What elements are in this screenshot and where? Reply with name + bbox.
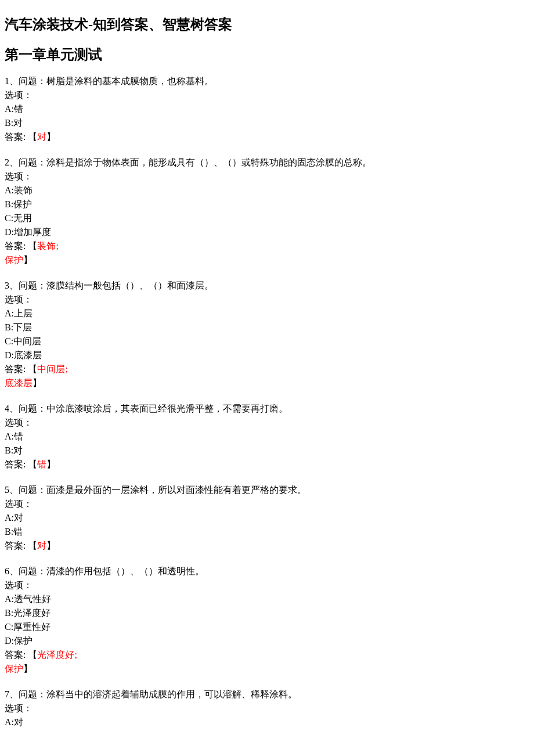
answer-suffix: 】 (46, 132, 56, 142)
chapter-title: 第一章单元测试 (5, 44, 529, 65)
option-item: A:错 (5, 430, 529, 444)
answer-line: 保护】 (5, 662, 529, 676)
answer-prefix: 答案: 【 (5, 541, 37, 550)
question-text: 2、问题：涂料是指涂于物体表面，能形成具有（）、（）或特殊功能的固态涂膜的总称。 (5, 156, 529, 170)
question-block: 3、问题：漆膜结构一般包括（）、（）和面漆层。选项：A:上层B:下层C:中间层D… (5, 279, 529, 390)
options-label: 选项： (5, 701, 529, 715)
page-title: 汽车涂装技术-知到答案、智慧树答案 (5, 14, 529, 35)
question-block: 6、问题：清漆的作用包括（）、（）和透明性。选项：A:透气性好B:光泽度好C:厚… (5, 564, 529, 676)
option-item: C:无用 (5, 211, 529, 225)
answer-suffix: 】 (23, 664, 33, 674)
answer-value: 错 (37, 459, 46, 469)
option-item: B:保护 (5, 197, 529, 211)
answer-suffix: 】 (23, 255, 33, 265)
answer-prefix: 答案: 【 (5, 459, 37, 469)
answer-line: 答案: 【对】 (5, 539, 529, 553)
options-label: 选项： (5, 293, 529, 307)
answer-line: 答案: 【错】 (5, 458, 529, 471)
answer-line: 答案: 【装饰; (5, 239, 529, 253)
options-label: 选项： (5, 578, 529, 592)
answer-value: 装饰; (37, 241, 58, 251)
option-item: D:保护 (5, 634, 529, 648)
option-item: D:底漆层 (5, 348, 529, 362)
answer-value: 底漆层 (5, 378, 33, 388)
options-label: 选项： (5, 416, 529, 430)
answer-line: 保护】 (5, 253, 529, 267)
answer-suffix: 】 (46, 541, 56, 550)
question-text: 5、问题：面漆是最外面的一层涂料，所以对面漆性能有着更严格的要求。 (5, 483, 529, 497)
question-text: 1、问题：树脂是涂料的基本成膜物质，也称基料。 (5, 74, 529, 88)
question-text: 6、问题：清漆的作用包括（）、（）和透明性。 (5, 564, 529, 578)
question-block: 2、问题：涂料是指涂于物体表面，能形成具有（）、（）或特殊功能的固态涂膜的总称。… (5, 156, 529, 267)
answer-value: 中间层; (37, 364, 67, 374)
option-item: B:对 (5, 116, 529, 130)
answer-value: 光泽度好; (37, 650, 77, 660)
answer-suffix: 】 (33, 378, 42, 388)
option-item: B:下层 (5, 321, 529, 334)
option-item: D:增加厚度 (5, 225, 529, 239)
question-block: 5、问题：面漆是最外面的一层涂料，所以对面漆性能有着更严格的要求。选项：A:对B… (5, 483, 529, 553)
question-block: 7、问题：涂料当中的溶济起着辅助成膜的作用，可以溶解、稀释涂料。选项：A:对 (5, 687, 529, 729)
answer-line: 答案: 【中间层; (5, 362, 529, 376)
option-item: B:对 (5, 444, 529, 458)
answer-value: 对 (37, 132, 46, 142)
answer-suffix: 】 (46, 459, 56, 469)
question-block: 4、问题：中涂底漆喷涂后，其表面已经很光滑平整，不需要再打磨。选项：A:错B:对… (5, 402, 529, 471)
option-item: A:对 (5, 511, 529, 525)
answer-line: 底漆层】 (5, 376, 529, 390)
answer-prefix: 答案: 【 (5, 364, 37, 374)
question-block: 1、问题：树脂是涂料的基本成膜物质，也称基料。选项：A:错B:对答案: 【对】 (5, 74, 529, 144)
answer-value: 保护 (5, 664, 23, 674)
option-item: C:厚重性好 (5, 620, 529, 634)
options-label: 选项： (5, 497, 529, 511)
option-item: B:错 (5, 525, 529, 539)
answer-prefix: 答案: 【 (5, 650, 37, 660)
option-item: C:中间层 (5, 334, 529, 348)
answer-prefix: 答案: 【 (5, 132, 37, 142)
options-label: 选项： (5, 88, 529, 102)
option-item: B:光泽度好 (5, 606, 529, 620)
question-text: 7、问题：涂料当中的溶济起着辅助成膜的作用，可以溶解、稀释涂料。 (5, 687, 529, 701)
answer-line: 答案: 【对】 (5, 130, 529, 144)
option-item: A:对 (5, 715, 529, 729)
answer-line: 答案: 【光泽度好; (5, 648, 529, 662)
answer-prefix: 答案: 【 (5, 241, 37, 251)
options-label: 选项： (5, 170, 529, 183)
option-item: A:装饰 (5, 183, 529, 197)
question-text: 4、问题：中涂底漆喷涂后，其表面已经很光滑平整，不需要再打磨。 (5, 402, 529, 416)
option-item: A:透气性好 (5, 592, 529, 606)
answer-value: 对 (37, 541, 46, 550)
answer-value: 保护 (5, 255, 23, 265)
question-text: 3、问题：漆膜结构一般包括（）、（）和面漆层。 (5, 279, 529, 293)
option-item: A:错 (5, 102, 529, 116)
option-item: A:上层 (5, 307, 529, 321)
questions-container: 1、问题：树脂是涂料的基本成膜物质，也称基料。选项：A:错B:对答案: 【对】2… (5, 74, 529, 729)
